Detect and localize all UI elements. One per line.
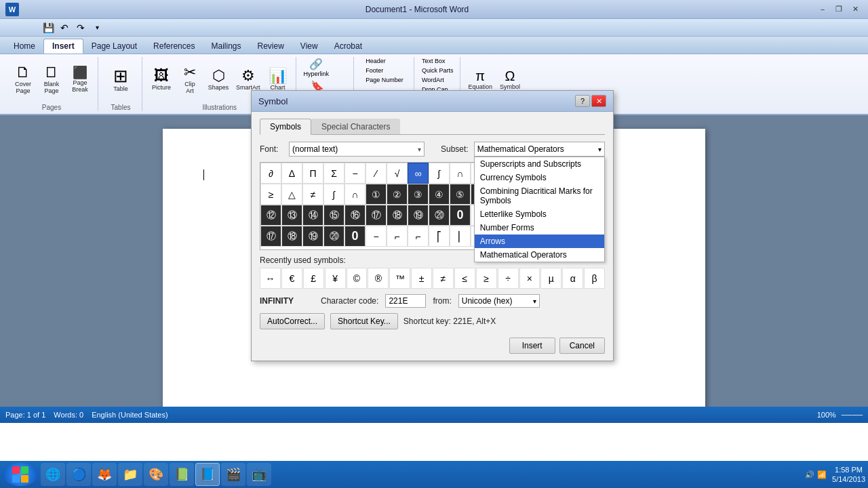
sym-r2c2[interactable]: △ (281, 184, 302, 205)
sym-pi-prod[interactable]: Π (302, 163, 323, 184)
sym-r2c9[interactable]: ④ (429, 184, 450, 205)
sym-r4c2[interactable]: ⑱ (281, 226, 302, 247)
sym-r3c2[interactable]: ⑬ (281, 205, 302, 226)
sym-r2c7[interactable]: ② (387, 184, 408, 205)
folder-icon[interactable]: 📁 (118, 463, 142, 486)
tab-mailings[interactable]: Mailings (203, 39, 249, 54)
recent-sym-2[interactable]: € (281, 268, 302, 289)
quick-parts-button[interactable]: Quick Parts (420, 66, 456, 75)
font-select[interactable]: (normal text) ▾ (289, 142, 425, 157)
textbox-button[interactable]: Text Box (420, 57, 448, 65)
sym-r3c7[interactable]: ⑱ (387, 205, 408, 226)
sym-r4c9[interactable]: ⎡ (429, 226, 450, 247)
sym-r3c8[interactable]: ⑲ (408, 205, 429, 226)
recent-sym-15[interactable]: α (562, 268, 583, 289)
sym-r4c7[interactable]: ⌐ (387, 226, 408, 247)
header-button[interactable]: Header (363, 57, 388, 65)
sym-r3c4[interactable]: ⑮ (323, 205, 344, 226)
excel-icon[interactable]: 📗 (170, 463, 194, 486)
symbol-button[interactable]: Ω Symbol (496, 68, 524, 92)
page-number-button[interactable]: Page Number (363, 76, 406, 84)
sym-delta[interactable]: Δ (281, 163, 302, 184)
recent-sym-7[interactable]: ™ (389, 268, 410, 289)
wordart-button[interactable]: WordArt (420, 76, 446, 84)
recent-sym-12[interactable]: ÷ (498, 268, 519, 289)
dd-currency[interactable]: Currency Symbols (475, 171, 604, 184)
qa-dropdown-button[interactable]: ▾ (90, 20, 104, 35)
minimize-button[interactable]: − (815, 3, 830, 16)
tab-acrobat[interactable]: Acrobat (326, 39, 370, 54)
sym-sigma[interactable]: Σ (323, 163, 344, 184)
char-code-input[interactable] (385, 294, 426, 308)
sym-r3c1[interactable]: ⑫ (260, 205, 281, 226)
insert-button[interactable]: Insert (509, 338, 555, 354)
sym-r3c9[interactable]: ⑳ (429, 205, 450, 226)
from-select[interactable]: Unicode (hex) ▾ (458, 294, 540, 308)
shapes-button[interactable]: ⬡ Shapes (205, 67, 232, 92)
cover-page-button[interactable]: 🗋 CoverPage (9, 64, 37, 96)
tab-view[interactable]: View (292, 39, 326, 54)
recent-sym-16[interactable]: β (584, 268, 605, 289)
sym-r3c6[interactable]: ⑰ (366, 205, 387, 226)
recent-sym-4[interactable]: ¥ (325, 268, 346, 289)
tab-page-layout[interactable]: Page Layout (83, 39, 145, 54)
table-button[interactable]: ⊞ Table (104, 66, 138, 94)
start-button[interactable] (3, 463, 38, 486)
tab-home[interactable]: Home (5, 39, 43, 54)
chrome-icon[interactable]: 🔵 (66, 463, 91, 486)
clip-art-button[interactable]: ✂ ClipArt (176, 64, 203, 96)
sym-r3c5[interactable]: ⑯ (344, 205, 366, 226)
sym-r2c3[interactable]: ≠ (302, 184, 323, 205)
recent-sym-3[interactable]: £ (303, 268, 324, 289)
footer-button[interactable]: Footer (363, 66, 385, 75)
sym-r2c6[interactable]: ① (366, 184, 387, 205)
recent-sym-6[interactable]: ® (368, 268, 389, 289)
sym-r1c9[interactable]: ∫ (429, 163, 450, 184)
subset-select[interactable]: Mathematical Operators ▾ (474, 142, 605, 157)
recent-sym-13[interactable]: × (519, 268, 540, 289)
tab-review[interactable]: Review (249, 39, 292, 54)
dd-number-forms[interactable]: Number Forms (475, 221, 604, 235)
hyperlink-button[interactable]: 🔗 Hyperlink (302, 57, 332, 78)
autocorrect-button[interactable]: AutoCorrect... (260, 313, 325, 329)
sym-r2c10[interactable]: ⑤ (450, 184, 471, 205)
dd-superscripts[interactable]: Superscripts and Subscripts (475, 157, 604, 171)
picture-button[interactable]: 🖼 Picture (148, 67, 175, 92)
close-button[interactable]: ✕ (848, 3, 863, 16)
recent-sym-14[interactable]: µ (540, 268, 561, 289)
dd-math-operators[interactable]: Mathematical Operators (475, 248, 604, 262)
sym-r4c5[interactable]: 0 (344, 226, 366, 247)
chart-button[interactable]: 📊 Chart (264, 67, 292, 92)
sym-r4c8[interactable]: ⌐ (408, 226, 429, 247)
sym-r3c10[interactable]: 0 (450, 205, 471, 226)
sym-slash[interactable]: ∕ (366, 163, 387, 184)
restore-button[interactable]: ❐ (831, 3, 846, 16)
media-icon[interactable]: 🎬 (221, 463, 245, 486)
app-icon-5[interactable]: 📺 (247, 463, 271, 486)
recent-sym-11[interactable]: ≥ (476, 268, 497, 289)
sym-r3c3[interactable]: ⑭ (302, 205, 323, 226)
tab-symbols[interactable]: Symbols (260, 119, 311, 135)
ie-icon[interactable]: 🌐 (41, 463, 65, 486)
recent-sym-8[interactable]: ± (411, 268, 432, 289)
cancel-button[interactable]: Cancel (559, 338, 605, 354)
sym-r4c10[interactable]: ⎢ (450, 226, 471, 247)
dd-combining[interactable]: Combining Diacritical Marks for Symbols (475, 184, 604, 207)
tab-references[interactable]: References (145, 39, 203, 54)
sym-r1c10[interactable]: ∩ (450, 163, 471, 184)
dialog-help-button[interactable]: ? (575, 95, 590, 107)
word-taskbar-icon[interactable]: 📘 (195, 463, 220, 486)
sym-r2c4[interactable]: ∫ (323, 184, 344, 205)
dd-arrows[interactable]: Arrows (475, 235, 604, 248)
save-quick-button[interactable]: 💾 (41, 20, 56, 35)
zoom-slider[interactable]: ──── (842, 411, 863, 419)
equation-button[interactable]: π Equation (466, 68, 496, 92)
subset-dropdown[interactable]: Superscripts and Subscripts Currency Sym… (474, 157, 605, 262)
recent-sym-1[interactable]: ↔ (260, 268, 281, 289)
sym-r2c8[interactable]: ③ (408, 184, 429, 205)
smartart-button[interactable]: ⚙ SmartArt (233, 67, 263, 92)
sym-r4c6[interactable]: − (366, 226, 387, 247)
sym-r4c3[interactable]: ⑲ (302, 226, 323, 247)
dialog-close-button[interactable]: ✕ (591, 95, 606, 107)
shortcut-key-button[interactable]: Shortcut Key... (330, 313, 398, 329)
